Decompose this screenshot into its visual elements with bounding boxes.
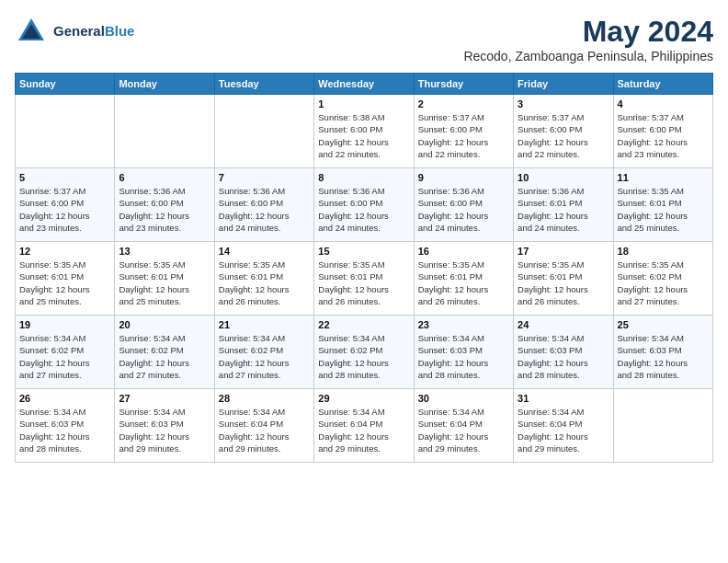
day-number: 11 [618,172,709,183]
calendar-cell: 13Sunrise: 5:35 AM Sunset: 6:01 PM Dayli… [115,242,214,316]
day-number: 27 [119,393,210,404]
day-number: 5 [19,172,110,183]
page-header: GeneralBlue May 2024 Recodo, Zamboanga P… [15,15,713,63]
calendar: SundayMondayTuesdayWednesdayThursdayFrid… [15,73,713,463]
day-number: 15 [318,246,409,257]
day-number: 31 [518,393,609,404]
day-info: Sunrise: 5:34 AM Sunset: 6:04 PM Dayligh… [418,406,509,454]
day-number: 9 [418,172,509,183]
day-info: Sunrise: 5:34 AM Sunset: 6:03 PM Dayligh… [418,332,509,381]
weekday-header: Thursday [414,74,513,95]
day-info: Sunrise: 5:34 AM Sunset: 6:02 PM Dayligh… [318,332,409,381]
day-info: Sunrise: 5:35 AM Sunset: 6:01 PM Dayligh… [119,259,210,307]
calendar-header-row: SundayMondayTuesdayWednesdayThursdayFrid… [16,74,713,95]
day-info: Sunrise: 5:34 AM Sunset: 6:04 PM Dayligh… [518,406,609,454]
calendar-cell: 20Sunrise: 5:34 AM Sunset: 6:02 PM Dayli… [115,316,214,389]
day-number: 1 [318,98,409,109]
day-number: 25 [618,319,709,330]
weekday-header: Friday [514,74,613,95]
day-number: 18 [618,246,709,257]
calendar-cell: 5Sunrise: 5:37 AM Sunset: 6:00 PM Daylig… [16,168,115,242]
calendar-cell: 23Sunrise: 5:34 AM Sunset: 6:03 PM Dayli… [414,316,513,389]
day-info: Sunrise: 5:36 AM Sunset: 6:00 PM Dayligh… [119,185,210,234]
calendar-cell: 4Sunrise: 5:37 AM Sunset: 6:00 PM Daylig… [613,95,712,168]
calendar-cell: 28Sunrise: 5:34 AM Sunset: 6:04 PM Dayli… [214,389,313,463]
calendar-cell: 1Sunrise: 5:38 AM Sunset: 6:00 PM Daylig… [314,95,414,168]
calendar-cell [214,95,313,168]
day-number: 8 [318,172,409,183]
day-number: 30 [418,393,509,404]
day-info: Sunrise: 5:35 AM Sunset: 6:01 PM Dayligh… [19,259,110,307]
day-number: 12 [19,246,110,257]
calendar-cell: 27Sunrise: 5:34 AM Sunset: 6:03 PM Dayli… [115,389,214,463]
day-info: Sunrise: 5:36 AM Sunset: 6:00 PM Dayligh… [219,185,310,234]
calendar-cell: 18Sunrise: 5:35 AM Sunset: 6:02 PM Dayli… [613,242,712,316]
calendar-cell [115,95,214,168]
location: Recodo, Zamboanga Peninsula, Philippines [463,49,713,63]
day-info: Sunrise: 5:37 AM Sunset: 6:00 PM Dayligh… [618,111,709,160]
calendar-cell: 15Sunrise: 5:35 AM Sunset: 6:01 PM Dayli… [314,242,414,316]
calendar-cell: 30Sunrise: 5:34 AM Sunset: 6:04 PM Dayli… [414,389,513,463]
calendar-cell: 21Sunrise: 5:34 AM Sunset: 6:02 PM Dayli… [214,316,313,389]
day-info: Sunrise: 5:37 AM Sunset: 6:00 PM Dayligh… [19,185,110,234]
calendar-cell: 11Sunrise: 5:35 AM Sunset: 6:01 PM Dayli… [613,168,712,242]
day-info: Sunrise: 5:38 AM Sunset: 6:00 PM Dayligh… [318,111,409,160]
day-info: Sunrise: 5:37 AM Sunset: 6:00 PM Dayligh… [418,111,509,160]
day-number: 3 [518,98,609,109]
day-number: 17 [518,246,609,257]
calendar-cell [613,389,712,463]
day-number: 2 [418,98,509,109]
day-info: Sunrise: 5:34 AM Sunset: 6:03 PM Dayligh… [518,332,609,381]
day-number: 29 [318,393,409,404]
weekday-header: Monday [115,74,214,95]
day-info: Sunrise: 5:35 AM Sunset: 6:01 PM Dayligh… [219,259,310,307]
day-info: Sunrise: 5:36 AM Sunset: 6:00 PM Dayligh… [418,185,509,234]
calendar-cell: 6Sunrise: 5:36 AM Sunset: 6:00 PM Daylig… [115,168,214,242]
calendar-cell: 9Sunrise: 5:36 AM Sunset: 6:00 PM Daylig… [414,168,513,242]
calendar-cell: 14Sunrise: 5:35 AM Sunset: 6:01 PM Dayli… [214,242,313,316]
weekday-header: Saturday [613,74,712,95]
calendar-cell: 26Sunrise: 5:34 AM Sunset: 6:03 PM Dayli… [16,389,115,463]
calendar-week-row: 1Sunrise: 5:38 AM Sunset: 6:00 PM Daylig… [16,95,713,168]
day-number: 19 [19,319,110,330]
calendar-cell: 2Sunrise: 5:37 AM Sunset: 6:00 PM Daylig… [414,95,513,168]
day-info: Sunrise: 5:36 AM Sunset: 6:00 PM Dayligh… [318,185,409,234]
day-info: Sunrise: 5:35 AM Sunset: 6:01 PM Dayligh… [318,259,409,307]
day-number: 14 [219,246,310,257]
calendar-cell: 3Sunrise: 5:37 AM Sunset: 6:00 PM Daylig… [514,95,613,168]
logo-icon [15,15,48,48]
calendar-cell: 17Sunrise: 5:35 AM Sunset: 6:01 PM Dayli… [514,242,613,316]
calendar-cell: 31Sunrise: 5:34 AM Sunset: 6:04 PM Dayli… [514,389,613,463]
day-info: Sunrise: 5:34 AM Sunset: 6:04 PM Dayligh… [219,406,310,454]
day-number: 6 [119,172,210,183]
calendar-cell: 12Sunrise: 5:35 AM Sunset: 6:01 PM Dayli… [16,242,115,316]
day-info: Sunrise: 5:34 AM Sunset: 6:04 PM Dayligh… [318,406,409,454]
calendar-cell: 7Sunrise: 5:36 AM Sunset: 6:00 PM Daylig… [214,168,313,242]
day-info: Sunrise: 5:35 AM Sunset: 6:02 PM Dayligh… [618,259,709,307]
calendar-week-row: 19Sunrise: 5:34 AM Sunset: 6:02 PM Dayli… [16,316,713,389]
logo: GeneralBlue [15,15,134,48]
day-number: 23 [418,319,509,330]
day-number: 13 [119,246,210,257]
calendar-week-row: 12Sunrise: 5:35 AM Sunset: 6:01 PM Dayli… [16,242,713,316]
calendar-cell: 29Sunrise: 5:34 AM Sunset: 6:04 PM Dayli… [314,389,414,463]
calendar-cell: 22Sunrise: 5:34 AM Sunset: 6:02 PM Dayli… [314,316,414,389]
day-number: 22 [318,319,409,330]
day-info: Sunrise: 5:34 AM Sunset: 6:03 PM Dayligh… [618,332,709,381]
calendar-cell: 10Sunrise: 5:36 AM Sunset: 6:01 PM Dayli… [514,168,613,242]
day-number: 28 [219,393,310,404]
day-info: Sunrise: 5:34 AM Sunset: 6:03 PM Dayligh… [119,406,210,454]
day-number: 20 [119,319,210,330]
calendar-week-row: 5Sunrise: 5:37 AM Sunset: 6:00 PM Daylig… [16,168,713,242]
day-info: Sunrise: 5:35 AM Sunset: 6:01 PM Dayligh… [518,259,609,307]
day-info: Sunrise: 5:37 AM Sunset: 6:00 PM Dayligh… [518,111,609,160]
day-number: 4 [618,98,709,109]
calendar-cell: 25Sunrise: 5:34 AM Sunset: 6:03 PM Dayli… [613,316,712,389]
day-number: 10 [518,172,609,183]
day-info: Sunrise: 5:36 AM Sunset: 6:01 PM Dayligh… [518,185,609,234]
weekday-header: Tuesday [214,74,313,95]
day-info: Sunrise: 5:34 AM Sunset: 6:02 PM Dayligh… [19,332,110,381]
weekday-header: Sunday [16,74,115,95]
calendar-cell: 16Sunrise: 5:35 AM Sunset: 6:01 PM Dayli… [414,242,513,316]
day-number: 16 [418,246,509,257]
